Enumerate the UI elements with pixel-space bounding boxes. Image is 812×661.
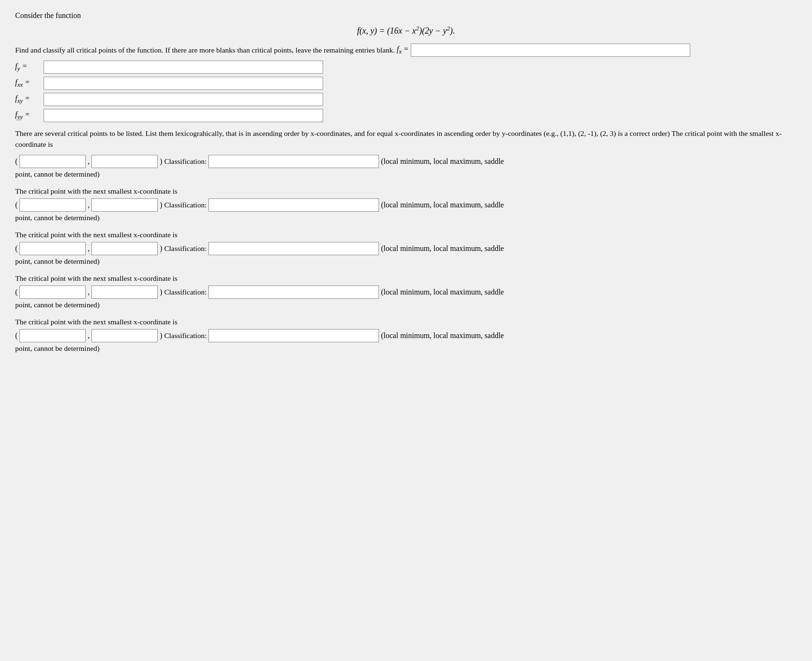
classification-label-4: Classification:: [164, 331, 207, 340]
fxx-input[interactable]: [44, 77, 323, 90]
comma-1: ,: [88, 201, 90, 209]
hint-suffix-1: (local minimum, local maximum, saddle: [381, 201, 504, 209]
critical-point-header-4: The critical point with the next smalles…: [15, 318, 797, 326]
critical-point-row-4: ( , ) Classification: (local minimum, lo…: [15, 329, 797, 342]
function-formula: f(x, y) = (16x − x2)(2y − y2).: [15, 25, 797, 36]
cp-y-input-0[interactable]: [91, 155, 158, 168]
fyy-row: fyy =: [15, 109, 797, 122]
find-classify-text: Find and classify all critical points of…: [15, 46, 395, 54]
open-paren-4: (: [15, 331, 18, 340]
find-classify-line: Find and classify all critical points of…: [15, 44, 797, 57]
close-paren-4: ): [160, 331, 162, 340]
classification-label-1: Classification:: [164, 201, 207, 209]
critical-point-row-3: ( , ) Classification: (local minimum, lo…: [15, 286, 797, 299]
comma-2: ,: [88, 244, 90, 253]
intro-text: Consider the function: [15, 11, 797, 20]
critical-point-header-3: The critical point with the next smalles…: [15, 274, 797, 283]
classification-label-2: Classification:: [164, 244, 207, 253]
cp-x-input-0[interactable]: [19, 155, 86, 168]
comma-0: ,: [88, 157, 90, 166]
cp-y-input-4[interactable]: [91, 329, 158, 342]
classification-input-2[interactable]: [208, 242, 379, 255]
comma-3: ,: [88, 288, 90, 296]
cp-x-input-4[interactable]: [19, 329, 86, 342]
fyy-input[interactable]: [44, 109, 323, 122]
hint-suffix-0: (local minimum, local maximum, saddle: [381, 157, 504, 166]
classification-input-4[interactable]: [208, 329, 379, 342]
classification-input-1[interactable]: [208, 198, 379, 212]
comma-4: ,: [88, 331, 90, 340]
critical-point-section-4: The critical point with the next smalles…: [15, 318, 797, 353]
critical-point-section-2: The critical point with the next smalles…: [15, 231, 797, 266]
open-paren-1: (: [15, 201, 18, 209]
hint-text-0: point, cannot be determined): [15, 170, 797, 179]
critical-point-section-3: The critical point with the next smalles…: [15, 274, 797, 309]
open-paren-3: (: [15, 288, 18, 296]
description-text: There are several critical points to be …: [15, 128, 797, 150]
critical-point-section-0: ( , ) Classification: (local minimum, lo…: [15, 155, 797, 179]
cp-x-input-2[interactable]: [19, 242, 86, 255]
fy-row: fy =: [15, 61, 797, 74]
fx-label-inline: fx =: [397, 45, 408, 55]
hint-text-1: point, cannot be determined): [15, 214, 797, 222]
open-paren-0: (: [15, 157, 18, 166]
fyy-label: fyy =: [15, 110, 44, 121]
cp-x-input-1[interactable]: [19, 198, 86, 212]
critical-points-container: ( , ) Classification: (local minimum, lo…: [15, 155, 797, 353]
hint-text-3: point, cannot be determined): [15, 301, 797, 309]
classification-input-3[interactable]: [208, 286, 379, 299]
classification-label-3: Classification:: [164, 288, 207, 296]
open-paren-2: (: [15, 244, 18, 253]
close-paren-0: ): [160, 157, 162, 166]
critical-point-header-1: The critical point with the next smalles…: [15, 187, 797, 196]
critical-point-header-2: The critical point with the next smalles…: [15, 231, 797, 239]
hint-text-4: point, cannot be determined): [15, 344, 797, 353]
classification-label-0: Classification:: [164, 157, 207, 166]
fy-label: fy =: [15, 62, 44, 72]
close-paren-2: ): [160, 244, 162, 253]
hint-suffix-4: (local minimum, local maximum, saddle: [381, 331, 504, 340]
fxy-label: fxy =: [15, 94, 44, 105]
classification-input-0[interactable]: [208, 155, 379, 168]
fxy-input[interactable]: [44, 93, 323, 106]
close-paren-3: ): [160, 288, 162, 296]
cp-y-input-2[interactable]: [91, 242, 158, 255]
cp-y-input-3[interactable]: [91, 286, 158, 299]
fxy-row: fxy =: [15, 93, 797, 106]
fy-input[interactable]: [44, 61, 323, 74]
critical-point-row-1: ( , ) Classification: (local minimum, lo…: [15, 198, 797, 212]
hint-suffix-3: (local minimum, local maximum, saddle: [381, 288, 504, 296]
close-paren-1: ): [160, 201, 162, 209]
critical-point-row-2: ( , ) Classification: (local minimum, lo…: [15, 242, 797, 255]
cp-y-input-1[interactable]: [91, 198, 158, 212]
critical-point-row-0: ( , ) Classification: (local minimum, lo…: [15, 155, 797, 168]
cp-x-input-3[interactable]: [19, 286, 86, 299]
hint-text-2: point, cannot be determined): [15, 257, 797, 266]
critical-point-section-1: The critical point with the next smalles…: [15, 187, 797, 222]
hint-suffix-2: (local minimum, local maximum, saddle: [381, 244, 504, 253]
fxx-row: fxx =: [15, 77, 797, 90]
fx-input[interactable]: [411, 44, 690, 57]
fxx-label: fxx =: [15, 78, 44, 89]
